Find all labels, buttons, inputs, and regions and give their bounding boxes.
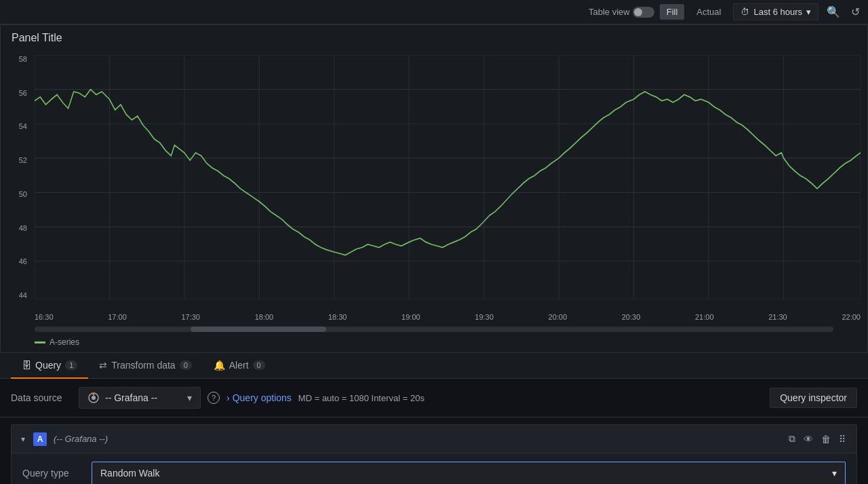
clock-icon: ⏱ (741, 7, 749, 17)
chart-canvas (35, 55, 861, 299)
x-label-1730: 17:30 (181, 313, 200, 321)
tab-alert[interactable]: 🔔 Alert 0 (203, 353, 276, 379)
collapse-button[interactable]: ▾ (20, 433, 26, 445)
y-label-46: 46 (19, 257, 27, 265)
line-chart-svg (35, 55, 861, 299)
transform-icon: ⇄ (99, 360, 107, 371)
y-label-58: 58 (19, 55, 27, 63)
eye-icon: 👁 (804, 434, 813, 445)
y-label-52: 52 (19, 156, 27, 164)
refresh-icon: ↺ (851, 5, 860, 18)
fill-button[interactable]: Fill (660, 4, 685, 20)
copy-query-button[interactable]: ⧉ (786, 430, 798, 447)
x-label-1700: 17:00 (108, 313, 127, 321)
table-view-toggle[interactable] (633, 7, 654, 18)
datasource-value: -- Grafana -- (105, 392, 157, 403)
chevron-down-icon: ▾ (21, 434, 25, 444)
time-range-button[interactable]: ⏱ Last 6 hours ▾ (733, 3, 818, 20)
query-row-a: ▾ A (-- Grafana --) ⧉ 👁 🗑 ⠿ (11, 424, 857, 484)
y-label-48: 48 (19, 224, 27, 232)
tab-alert-label: Alert (229, 360, 249, 371)
query-row-header: ▾ A (-- Grafana --) ⧉ 👁 🗑 ⠿ (12, 425, 856, 453)
trash-icon: 🗑 (821, 434, 831, 445)
x-axis: 16:30 17:00 17:30 18:00 18:30 19:00 19:3… (35, 313, 861, 321)
chart-legend: A-series (1, 335, 867, 352)
search-icon: 🔍 (827, 5, 840, 18)
query-letter-a: A (33, 432, 47, 446)
y-label-56: 56 (19, 89, 27, 97)
delete-query-button[interactable]: 🗑 (818, 431, 833, 447)
x-label-1800: 18:00 (255, 313, 274, 321)
actual-button[interactable]: Actual (690, 4, 728, 20)
y-label-50: 50 (19, 190, 27, 198)
chevron-down-icon: ▾ (187, 392, 192, 403)
svg-point-21 (92, 396, 96, 400)
time-range-label: Last 6 hours (753, 7, 802, 17)
y-label-44: 44 (19, 291, 27, 299)
chevron-right-icon: › (226, 392, 230, 403)
top-toolbar: Table view Fill Actual ⏱ Last 6 hours ▾ … (0, 0, 868, 24)
database-icon: 🗄 (22, 360, 31, 371)
query-source-label: (-- Grafana --) (54, 434, 779, 444)
query-type-value: Random Walk (100, 468, 159, 479)
drag-icon: ⠿ (839, 434, 846, 445)
x-label-2030: 20:30 (622, 313, 641, 321)
y-label-54: 54 (19, 122, 27, 130)
bell-icon: 🔔 (214, 360, 225, 371)
legend-label-a-series: A-series (50, 337, 79, 347)
panel-title: Panel Title (1, 25, 867, 48)
drag-handle[interactable]: ⠿ (836, 431, 848, 447)
x-label-2130: 21:30 (768, 313, 787, 321)
query-options-meta: MD = auto = 1080 Interval = 20s (298, 393, 425, 403)
y-axis: 58 56 54 52 50 48 46 44 (1, 55, 31, 299)
tabs-bar: 🗄 Query 1 ⇄ Transform data 0 🔔 Alert 0 (0, 353, 868, 379)
query-body: Query type Random Walk ▾ (12, 453, 856, 484)
chevron-down-icon: ▾ (832, 468, 837, 479)
tab-transform-label: Transform data (111, 360, 175, 371)
query-type-select[interactable]: Random Walk ▾ (92, 462, 846, 484)
tab-transform[interactable]: ⇄ Transform data 0 (88, 353, 203, 379)
query-options-link[interactable]: › Query options (226, 392, 292, 403)
table-view-group: Table view (589, 7, 654, 18)
refresh-button[interactable]: ↺ (848, 3, 863, 21)
x-label-2100: 21:00 (695, 313, 714, 321)
x-label-2000: 20:00 (549, 313, 568, 321)
tab-alert-badge: 0 (253, 360, 265, 370)
panel-container: Panel Title 58 56 54 52 50 48 46 44 (0, 24, 868, 353)
help-icon[interactable]: ? (208, 392, 220, 404)
grafana-icon (87, 392, 100, 404)
datasource-row: Data source -- Grafana -- ▾ ? › Query op… (0, 379, 868, 417)
x-label-1900: 19:00 (401, 313, 420, 321)
scrollbar-thumb[interactable] (191, 327, 326, 332)
datasource-label: Data source (11, 392, 72, 403)
copy-icon: ⧉ (789, 433, 795, 445)
query-field-row: Query type Random Walk ▾ (22, 462, 846, 484)
x-label-1830: 18:30 (328, 313, 347, 321)
x-label-1630: 16:30 (35, 313, 54, 321)
tab-query-label: Query (35, 360, 61, 371)
query-type-label: Query type (22, 468, 83, 479)
query-inspector-button[interactable]: Query inspector (770, 388, 857, 408)
chart-scrollbar[interactable] (35, 327, 833, 332)
tab-query-badge: 1 (65, 360, 77, 370)
datasource-select[interactable]: -- Grafana -- ▾ (79, 387, 201, 409)
table-view-label: Table view (589, 7, 630, 17)
query-options-label: Query options (233, 392, 292, 403)
legend-color-a-series (35, 341, 45, 343)
search-button[interactable]: 🔍 (824, 3, 843, 21)
datasource-select-inner: -- Grafana -- (87, 392, 157, 404)
toggle-visibility-button[interactable]: 👁 (801, 431, 816, 447)
chart-area: 58 56 54 52 50 48 46 44 (1, 48, 867, 327)
tab-transform-badge: 0 (180, 360, 192, 370)
x-label-2200: 22:00 (842, 313, 861, 321)
query-row-actions: ⧉ 👁 🗑 ⠿ (786, 430, 848, 447)
chevron-down-icon: ▾ (806, 7, 811, 17)
query-editor: 🗄 Query 1 ⇄ Transform data 0 🔔 Alert 0 D… (0, 353, 868, 484)
tab-query[interactable]: 🗄 Query 1 (11, 353, 88, 379)
x-label-1930: 19:30 (475, 313, 494, 321)
svg-point-22 (93, 394, 95, 396)
